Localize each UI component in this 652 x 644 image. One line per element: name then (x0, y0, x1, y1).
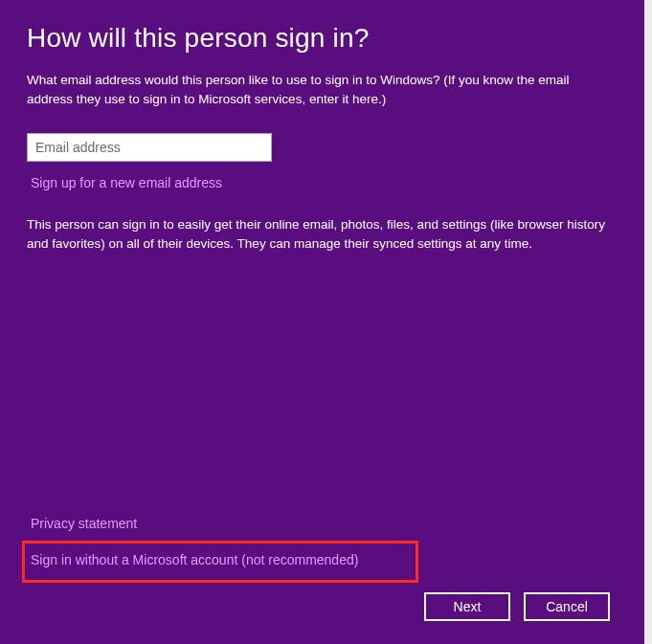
description-text: This person can sign in to easily get th… (27, 215, 611, 253)
cancel-button[interactable]: Cancel (524, 592, 610, 621)
signin-without-link[interactable]: Sign in without a Microsoft account (not… (31, 552, 358, 567)
email-field[interactable] (27, 133, 272, 162)
right-edge-strip (644, 0, 652, 644)
highlight-box: Sign in without a Microsoft account (not… (22, 541, 418, 583)
page-title: How will this person sign in? (27, 23, 618, 54)
signup-link[interactable]: Sign up for a new email address (31, 175, 618, 190)
next-button[interactable]: Next (424, 592, 510, 621)
intro-text: What email address would this person lik… (27, 71, 611, 108)
privacy-link[interactable]: Privacy statement (31, 516, 618, 531)
button-row: Next Cancel (27, 592, 618, 625)
